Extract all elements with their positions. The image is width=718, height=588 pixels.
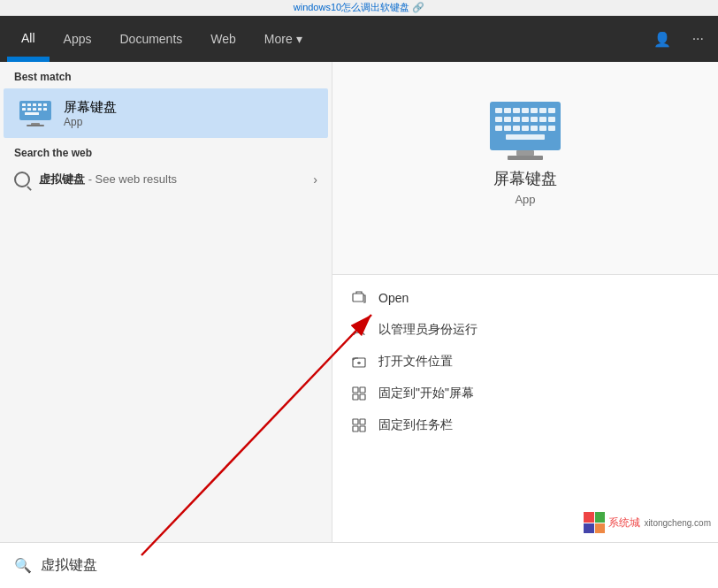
watermark-text: 系统城 xyxy=(608,515,640,531)
svg-rect-33 xyxy=(531,126,538,131)
best-match-item[interactable]: 屏幕键盘 App xyxy=(4,88,328,138)
watermark-subtext: xitongcheng.com xyxy=(644,518,711,528)
best-match-app-type: App xyxy=(64,116,117,128)
svg-rect-48 xyxy=(353,419,358,424)
best-match-app-name: 屏幕键盘 xyxy=(64,99,117,116)
svg-rect-34 xyxy=(539,126,546,131)
menu-item-open-label: Open xyxy=(378,291,409,305)
svg-rect-45 xyxy=(360,387,365,393)
main-content: Best match xyxy=(0,62,718,542)
svg-rect-1 xyxy=(22,103,26,106)
svg-rect-35 xyxy=(548,126,555,131)
svg-rect-28 xyxy=(548,117,555,122)
svg-rect-3 xyxy=(33,103,36,106)
svg-rect-26 xyxy=(531,117,538,122)
svg-rect-5 xyxy=(43,103,47,106)
search-bar: 🔍 虚拟键盘 xyxy=(0,542,718,588)
watermark-logo xyxy=(584,512,605,533)
svg-rect-25 xyxy=(522,117,529,122)
svg-rect-51 xyxy=(360,426,365,431)
svg-rect-7 xyxy=(27,108,31,111)
search-window: All Apps Documents Web More ▾ 👤 ··· Best… xyxy=(0,16,718,588)
tab-bar-right: 👤 ··· xyxy=(646,16,711,62)
svg-rect-6 xyxy=(22,108,26,111)
search-circle-icon xyxy=(14,172,30,187)
svg-rect-39 xyxy=(353,294,363,302)
svg-rect-10 xyxy=(43,108,47,111)
tab-bar: All Apps Documents Web More ▾ 👤 ··· xyxy=(0,16,718,62)
svg-rect-24 xyxy=(513,117,520,122)
right-panel: 屏幕键盘 App Open xyxy=(332,62,718,542)
svg-rect-30 xyxy=(504,126,511,131)
app-preview: 屏幕键盘 App xyxy=(332,62,718,274)
pin-taskbar-icon xyxy=(350,416,368,434)
svg-rect-27 xyxy=(539,117,546,122)
web-search-text: 虚拟键盘 - See web results xyxy=(39,172,177,187)
svg-rect-22 xyxy=(495,117,502,122)
web-search-item[interactable]: 虚拟键盘 - See web results › xyxy=(0,164,332,195)
tab-documents[interactable]: Documents xyxy=(105,16,196,62)
svg-rect-32 xyxy=(522,126,529,131)
menu-item-folder[interactable]: 打开文件位置 xyxy=(332,346,718,378)
svg-point-40 xyxy=(356,325,362,330)
svg-rect-37 xyxy=(516,150,534,156)
svg-rect-15 xyxy=(495,108,502,113)
search-bar-icon: 🔍 xyxy=(14,557,32,574)
web-section-label: Search the web xyxy=(0,138,332,164)
folder-icon xyxy=(350,353,368,370)
svg-rect-4 xyxy=(38,103,42,106)
svg-rect-44 xyxy=(353,387,358,393)
browser-url: windows10怎么调出软键盘 🔗 xyxy=(294,1,424,14)
left-panel: Best match xyxy=(0,62,332,542)
menu-item-folder-label: 打开文件位置 xyxy=(378,354,453,370)
svg-rect-2 xyxy=(27,103,31,106)
menu-item-open[interactable]: Open xyxy=(332,282,718,314)
svg-rect-17 xyxy=(513,108,520,113)
tab-all[interactable]: All xyxy=(7,16,50,62)
svg-rect-16 xyxy=(504,108,511,113)
svg-rect-19 xyxy=(531,108,538,113)
admin-icon xyxy=(350,321,368,339)
svg-rect-31 xyxy=(513,126,520,131)
more-options-icon[interactable]: ··· xyxy=(685,27,711,50)
tab-apps[interactable]: Apps xyxy=(50,16,106,62)
best-match-app-info: 屏幕键盘 App xyxy=(64,99,117,128)
menu-item-admin[interactable]: 以管理员身份运行 xyxy=(332,314,718,346)
keyboard-svg-small xyxy=(18,99,53,127)
preview-app-name: 屏幕键盘 xyxy=(493,168,557,189)
svg-rect-50 xyxy=(353,426,358,431)
keyboard-svg-large xyxy=(481,97,569,168)
user-icon[interactable]: 👤 xyxy=(646,27,678,51)
svg-rect-47 xyxy=(360,394,365,400)
svg-rect-8 xyxy=(33,108,36,111)
menu-item-pin-taskbar[interactable]: 固定到任务栏 xyxy=(332,409,718,441)
tab-web[interactable]: Web xyxy=(196,16,250,62)
tab-more[interactable]: More ▾ xyxy=(250,16,317,62)
menu-item-pin-taskbar-label: 固定到任务栏 xyxy=(378,417,453,433)
svg-rect-9 xyxy=(38,108,42,111)
menu-item-pin-start[interactable]: 固定到"开始"屏幕 xyxy=(332,378,718,409)
app-icon-small xyxy=(18,95,53,131)
context-menu: Open 以管理员身份运行 xyxy=(332,274,718,448)
preview-app-type: App xyxy=(515,193,535,206)
menu-item-pin-start-label: 固定到"开始"屏幕 xyxy=(378,386,474,401)
svg-rect-46 xyxy=(353,394,358,400)
open-icon xyxy=(350,289,368,307)
svg-rect-23 xyxy=(504,117,511,122)
svg-rect-29 xyxy=(495,126,502,131)
browser-bar: windows10怎么调出软键盘 🔗 xyxy=(0,0,718,16)
chevron-right-icon: › xyxy=(313,172,317,187)
search-bar-input[interactable]: 虚拟键盘 xyxy=(41,556,704,575)
svg-rect-49 xyxy=(360,419,365,424)
svg-rect-36 xyxy=(506,134,545,140)
svg-rect-11 xyxy=(25,112,39,115)
svg-rect-13 xyxy=(27,125,44,126)
menu-item-admin-label: 以管理员身份运行 xyxy=(378,322,477,338)
svg-rect-21 xyxy=(548,108,555,113)
svg-rect-20 xyxy=(539,108,546,113)
watermark: 系统城 xitongcheng.com xyxy=(577,508,718,537)
best-match-label: Best match xyxy=(0,62,332,88)
svg-rect-38 xyxy=(508,156,543,160)
svg-rect-18 xyxy=(522,108,529,113)
pin-start-icon xyxy=(350,385,368,402)
